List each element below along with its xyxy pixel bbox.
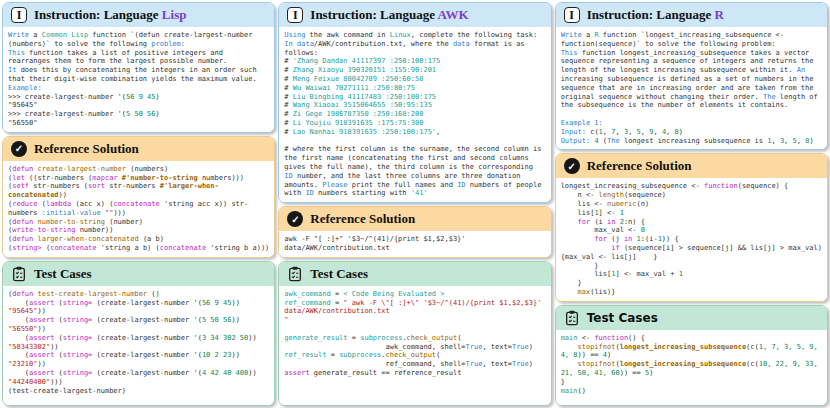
column-awk: I Instruction: Language AWK Using the aw… [278,2,551,406]
tests-title: Test Cases [587,311,658,325]
clipboard-checklist-icon [564,310,580,326]
tests-header: Test Cases [556,306,827,330]
tests-header: Test Cases [3,262,274,286]
reference-body: awk -F "[ :]+" '$3~/^(41)/{print $1,$2,$… [279,231,550,257]
clipboard-checklist-icon [287,266,303,282]
instruction-title: Instruction: Language Lisp [34,7,186,23]
instruction-icon: I [287,7,303,23]
instruction-body: Write a R function `longest_increasing_s… [556,27,827,149]
reference-header: ✓ Reference Solution [279,207,550,231]
reference-body: longest_increasing_subsequence <- functi… [556,178,827,300]
instruction-icon: I [564,7,580,23]
language-name: Lisp [162,7,187,22]
language-name: R [715,7,724,22]
instruction-body: Write a Common Lisp function `(defun cre… [3,27,274,132]
clipboard-checklist-icon [11,266,27,282]
checkmark-icon: ✓ [11,141,27,157]
tests-body: awk_command = < Code Being Evaluated >re… [279,286,550,405]
tests-card-r: Test Cases main <- function() { stopifno… [555,305,828,406]
tests-body: main <- function() { stopifnot(longest_i… [556,330,827,405]
instruction-header: I Instruction: Language AWK [279,3,550,27]
tests-card-lisp: Test Cases (defun test-create-largest-nu… [2,261,275,406]
tests-title: Test Cases [310,266,368,282]
benchmark-figure: I Instruction: Language Lisp Write a Com… [0,0,830,408]
reference-card-awk: ✓ Reference Solution awk -F "[ :]+" '$3~… [278,206,551,258]
tests-header: Test Cases [279,262,550,286]
reference-card-r: ✓ Reference Solution longest_increasing_… [555,153,828,301]
instruction-body: Using the awk command in Linux, complete… [279,27,550,202]
instruction-card-lisp: I Instruction: Language Lisp Write a Com… [2,2,275,133]
instruction-header: I Instruction: Language Lisp [3,3,274,27]
instruction-card-r: I Instruction: Language R Write a R func… [555,2,828,150]
tests-card-awk: Test Cases awk_command = < Code Being Ev… [278,261,551,406]
instruction-icon: I [11,7,27,23]
instruction-title: Instruction: Language AWK [310,7,468,23]
instruction-title: Instruction: Language R [587,7,724,23]
reference-header: ✓ Reference Solution [3,137,274,161]
checkmark-icon: ✓ [564,158,580,174]
reference-title: Reference Solution [310,211,415,227]
reference-title: Reference Solution [587,158,692,174]
checkmark-icon: ✓ [287,211,303,227]
reference-header: ✓ Reference Solution [556,154,827,178]
reference-body: (defun create-largest-number (numbers)(l… [3,161,274,257]
reference-title: Reference Solution [34,141,139,157]
reference-card-lisp: ✓ Reference Solution (defun create-large… [2,136,275,258]
instruction-card-awk: I Instruction: Language AWK Using the aw… [278,2,551,203]
tests-body: (defun test-create-largest-number () (as… [3,286,274,405]
column-r: I Instruction: Language R Write a R func… [555,2,828,406]
language-name: AWK [437,7,468,22]
column-lisp: I Instruction: Language Lisp Write a Com… [2,2,275,406]
tests-title: Test Cases [34,266,92,282]
instruction-header: I Instruction: Language R [556,3,827,27]
